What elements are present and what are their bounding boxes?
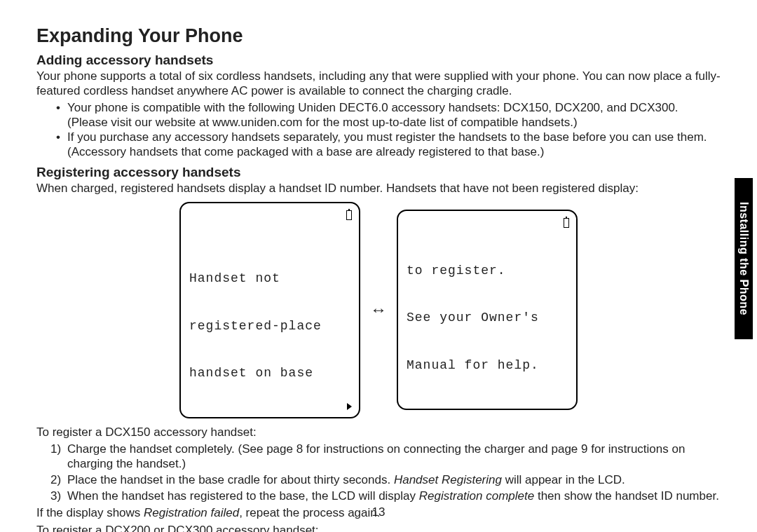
lcd-line: registered-place (189, 318, 350, 334)
list-item: Place the handset in the base cradle for… (67, 473, 721, 488)
manual-page: Installing the Phone Expanding Your Phon… (0, 0, 757, 532)
text-span: will appear in the LCD. (502, 473, 625, 486)
intro-paragraph-2: When charged, registered handsets displa… (36, 182, 721, 196)
list-item: Charge the handset completely. (See page… (67, 442, 721, 471)
lcd-line: See your Owner's (407, 310, 568, 326)
list-item: Your phone is compatible with the follow… (67, 101, 721, 130)
lcd-line: Handset not (189, 271, 350, 287)
italic-text: Registration complete (419, 489, 534, 503)
lcd-screen-right: to register. See your Owner's Manual for… (397, 210, 578, 410)
triangle-right-icon (347, 403, 352, 410)
list-item: If you purchase any accessory handsets s… (67, 130, 721, 159)
intro-paragraph-1: Your phone supports a total of six cordl… (36, 69, 721, 98)
bullet-list-1: Your phone is compatible with the follow… (36, 101, 721, 159)
section-tab: Installing the Phone (735, 178, 753, 339)
subheading-registering: Registering accessory handsets (36, 165, 721, 180)
lcd-line: Manual for help. (407, 357, 568, 374)
list-item: When the handset has registered to the b… (67, 489, 721, 504)
text-span: then show the handset ID number. (534, 489, 719, 503)
page-title: Expanding Your Phone (36, 25, 721, 47)
double-arrow-icon: ↔ (370, 300, 387, 320)
text-span: When the handset has registered to the b… (67, 489, 419, 503)
lcd-line: handset on base (189, 365, 350, 381)
lcd-line: to register. (407, 263, 568, 279)
steps-dcx150: Charge the handset completely. (See page… (36, 442, 721, 503)
battery-icon (346, 210, 352, 220)
page-number: 13 (0, 505, 757, 519)
register-dcx200-lead: To register a DCX200 or DCX300 accessory… (36, 524, 721, 532)
battery-icon (564, 218, 569, 228)
text-span: Place the handset in the base cradle for… (67, 473, 394, 486)
lcd-display-row: Handset not registered-place handset on … (36, 202, 721, 418)
subheading-adding: Adding accessory handsets (36, 53, 721, 68)
lcd-screen-left: Handset not registered-place handset on … (179, 202, 360, 418)
italic-text: Handset Registering (394, 473, 502, 486)
register-dcx150-lead: To register a DCX150 accessory handset: (36, 425, 721, 440)
